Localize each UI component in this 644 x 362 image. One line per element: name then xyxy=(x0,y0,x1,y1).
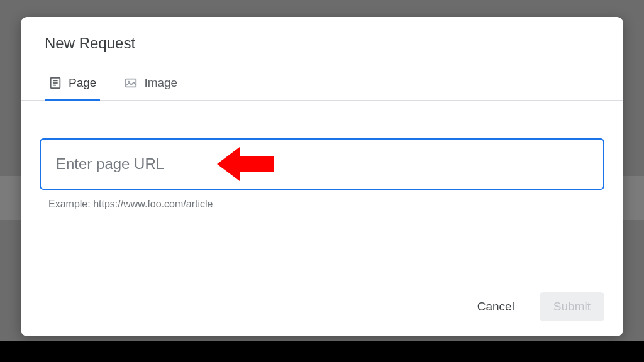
cancel-button[interactable]: Cancel xyxy=(464,292,528,321)
modal-actions: Cancel Submit xyxy=(21,292,623,336)
modal-title: New Request xyxy=(21,17,623,52)
svg-point-5 xyxy=(128,81,130,83)
new-request-modal: New Request Page Image xyxy=(21,17,623,336)
image-icon xyxy=(124,76,138,90)
modal-body: Example: https://www.foo.com/article xyxy=(21,101,623,292)
tab-page[interactable]: Page xyxy=(45,70,100,101)
bottom-bar xyxy=(0,341,644,362)
tab-label: Page xyxy=(69,76,96,90)
submit-button[interactable]: Submit xyxy=(540,292,604,321)
example-text: Example: https://www.foo.com/article xyxy=(40,190,604,210)
tab-label: Image xyxy=(144,76,177,90)
tab-image[interactable]: Image xyxy=(120,70,181,101)
tab-bar: Page Image xyxy=(21,52,623,101)
page-url-input[interactable] xyxy=(40,138,604,190)
page-icon xyxy=(48,76,62,90)
